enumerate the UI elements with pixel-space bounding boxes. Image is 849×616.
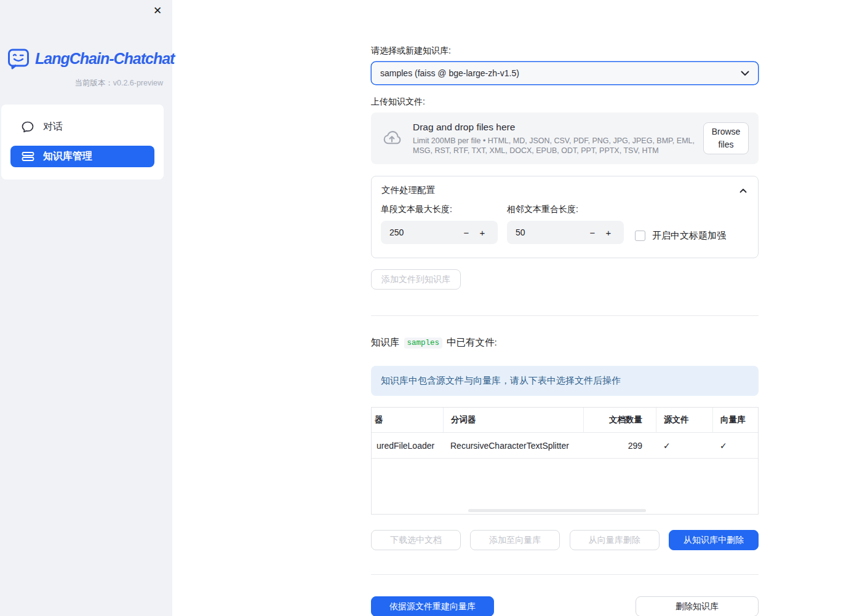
upload-label: 上传知识文件: [371, 97, 759, 108]
file-actions-row: 下载选中文档 添加至向量库 从向量库删除 从知识库中删除 [371, 530, 759, 550]
zh-title-enhance-label: 开启中文标题加强 [652, 230, 726, 242]
sidebar-item-label: 对话 [43, 120, 63, 133]
cell-source-file-check[interactable]: ✓ [656, 433, 712, 458]
kb-files-suffix: 中已有文件: [447, 336, 497, 349]
checkbox-unchecked-icon[interactable] [635, 231, 645, 241]
kb-files-heading: 知识库 samples 中已有文件: [371, 336, 759, 349]
sidebar-menu: 对话 知识库管理 [1, 105, 164, 180]
kb-files-table[interactable]: 器 分词器 文档数量 源文件 向量库 uredFileLoader [371, 407, 759, 515]
kb-management-row: 依据源文件重建向量库 删除知识库 [371, 596, 759, 616]
sidebar: ✕ LangChain-Chatchat 当前版本：v0.2.6-preview… [0, 0, 172, 616]
overlap-size-input[interactable]: 50 − + [507, 221, 624, 244]
cell-vector-store-check[interactable]: ✓ [712, 433, 758, 458]
kb-select-label: 请选择或新建知识库: [371, 45, 759, 57]
version-line: 当前版本：v0.2.6-preview [0, 78, 163, 89]
main-area: 请选择或新建知识库: samples (faiss @ bge-large-zh… [172, 0, 849, 616]
zh-title-enhance-checkbox[interactable]: 开启中文标题加强 [635, 227, 726, 244]
overlap-size-label: 相邻文本重合长度: [507, 204, 624, 215]
table-row[interactable]: uredFileLoader RecursiveCharacterTextSpl… [372, 433, 758, 459]
file-config-expander-header[interactable]: 文件处理配置 [372, 176, 758, 203]
delete-from-vector-store-button[interactable]: 从向量库删除 [570, 530, 660, 550]
overlap-size-increment-button[interactable]: + [600, 223, 616, 242]
brand: LangChain-Chatchat [7, 48, 166, 69]
chunk-size-value: 250 [389, 227, 458, 237]
rebuild-vector-store-button[interactable]: 依据源文件重建向量库 [371, 596, 494, 616]
add-files-to-kb-button[interactable]: 添加文件到知识库 [371, 269, 461, 290]
delete-kb-button[interactable]: 删除知识库 [636, 596, 759, 616]
chat-bubble-icon [21, 121, 34, 133]
version-value: v0.2.6-preview [113, 79, 163, 87]
table-header-doc-count[interactable]: 文档数量 [583, 408, 656, 432]
divider [371, 574, 759, 575]
table-header-loader[interactable]: 器 [372, 408, 443, 432]
kb-name-code: samples [404, 338, 443, 349]
table-header-source-file[interactable]: 源文件 [656, 408, 712, 432]
cell-doc-count[interactable]: 299 [583, 433, 656, 458]
chevron-down-icon [741, 71, 749, 76]
sidebar-item-chat[interactable]: 对话 [10, 116, 154, 138]
knowledge-base-icon [21, 151, 34, 162]
download-selected-button[interactable]: 下载选中文档 [371, 530, 461, 550]
uploader-limit-text: Limit 200MB per file • HTML, MD, JSON, C… [413, 136, 697, 156]
file-config-expander: 文件处理配置 单段文本最大长度: 250 − + 相邻文 [371, 176, 759, 258]
chevron-up-icon [739, 188, 747, 193]
table-header-row: 器 分词器 文档数量 源文件 向量库 [372, 408, 758, 433]
chatchat-logo-icon [7, 48, 30, 69]
chunk-size-decrement-button[interactable]: − [458, 223, 474, 242]
uploader-title: Drag and drop files here [413, 122, 697, 133]
sidebar-item-label: 知识库管理 [43, 150, 92, 163]
cell-loader[interactable]: uredFileLoader [372, 433, 443, 458]
kb-select-value: samples (faiss @ bge-large-zh-v1.5) [380, 68, 519, 78]
table-header-splitter[interactable]: 分词器 [443, 408, 583, 432]
divider [371, 315, 759, 316]
expander-title: 文件处理配置 [381, 184, 435, 196]
delete-from-kb-button[interactable]: 从知识库中删除 [669, 530, 759, 550]
cloud-upload-icon [381, 130, 403, 147]
browse-files-button[interactable]: Browse files [703, 122, 749, 154]
add-to-vector-store-button[interactable]: 添加至向量库 [470, 530, 560, 550]
info-alert: 知识库中包含源文件与向量库，请从下表中选择文件后操作 [371, 366, 759, 396]
overlap-size-value: 50 [516, 227, 584, 237]
kb-select-dropdown[interactable]: samples (faiss @ bge-large-zh-v1.5) [371, 61, 759, 85]
sidebar-item-knowledge-base[interactable]: 知识库管理 [10, 146, 154, 167]
close-sidebar-icon[interactable]: ✕ [150, 4, 165, 18]
kb-files-prefix: 知识库 [371, 336, 400, 349]
chunk-size-label: 单段文本最大长度: [381, 204, 498, 215]
file-uploader-dropzone[interactable]: Drag and drop files here Limit 200MB per… [371, 113, 759, 164]
brand-title: LangChain-Chatchat [35, 50, 174, 68]
table-header-vector-store[interactable]: 向量库 [712, 408, 758, 432]
overlap-size-decrement-button[interactable]: − [584, 223, 600, 242]
cell-splitter[interactable]: RecursiveCharacterTextSplitter [443, 433, 583, 458]
horizontal-scrollbar[interactable] [468, 509, 646, 512]
version-label: 当前版本： [74, 79, 113, 87]
chunk-size-increment-button[interactable]: + [474, 223, 490, 242]
chunk-size-input[interactable]: 250 − + [381, 221, 498, 244]
